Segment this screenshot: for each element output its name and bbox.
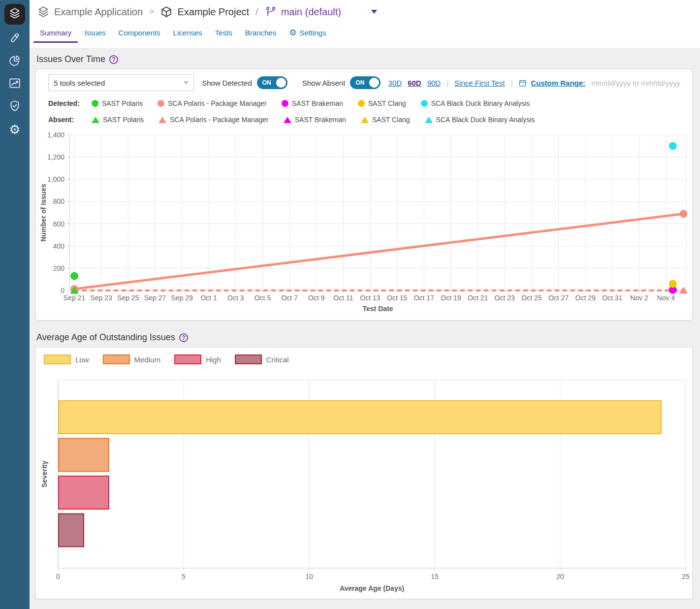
x-tick-label: Oct 19: [441, 294, 461, 302]
x-tick-label: Oct 11: [333, 294, 353, 302]
y-tick-label: 1,400: [47, 131, 64, 139]
branch-dropdown-caret-icon[interactable]: [371, 10, 377, 14]
date-range-links: 30D 60D 90D | Since First Test | Custom …: [388, 79, 680, 87]
tab-components[interactable]: Components: [112, 24, 167, 43]
issues-over-time-title: Issues Over Time: [36, 54, 105, 64]
bar-medium[interactable]: [59, 439, 109, 472]
x-tick-label: Oct 5: [255, 294, 271, 302]
x-axis-title: Average Age (Days): [340, 584, 404, 592]
show-detected-toggle[interactable]: ON: [257, 76, 287, 89]
select-caret-icon: [184, 81, 189, 85]
shield-check-icon: [8, 99, 21, 114]
x-tick-label: 15: [431, 573, 439, 580]
tab-summary[interactable]: Summary: [33, 24, 78, 43]
range-90d-link[interactable]: 90D: [427, 79, 441, 87]
breadcrumb-project[interactable]: Example Project: [177, 6, 249, 18]
since-first-test-link[interactable]: Since First Test: [454, 79, 505, 87]
sidebar-item-reports[interactable]: [3, 50, 26, 73]
calendar-icon: [518, 79, 527, 87]
tool-dot: [421, 100, 428, 107]
bar-low[interactable]: [59, 401, 661, 434]
y-tick-label: 600: [53, 220, 65, 228]
series-line-sca-polaris-package-manager-detected: [74, 214, 684, 289]
x-tick-label: Sep 27: [144, 294, 166, 302]
x-tick-label: Nov 4: [657, 294, 675, 302]
data-point-sast-clang-detected[interactable]: [669, 280, 677, 288]
x-tick-label: Oct 29: [575, 294, 596, 302]
toggle-knob: [276, 78, 286, 88]
breadcrumb-branch[interactable]: main (default): [281, 6, 341, 18]
legend-item: High: [174, 354, 221, 364]
absent-legend-label: Absent:: [48, 116, 92, 124]
x-tick-label: Nov 2: [630, 294, 648, 302]
sidebar-item-trends[interactable]: [3, 73, 26, 96]
x-tick-label: Oct 21: [468, 294, 488, 302]
severity-swatch: [174, 354, 201, 364]
tab-licenses[interactable]: Licenses: [167, 24, 209, 43]
tools-select[interactable]: 5 tools selected: [48, 74, 194, 91]
x-tick-label: 5: [182, 573, 186, 580]
tab-settings[interactable]: ⚙ Settings: [283, 24, 332, 43]
data-point-sca-polaris-package-manager-absent[interactable]: [679, 287, 688, 294]
sidebar-item-security[interactable]: [3, 96, 26, 118]
x-tick-label: 20: [556, 573, 564, 580]
sidebar-item-tests[interactable]: [3, 28, 26, 50]
x-tick-label: 25: [682, 573, 690, 580]
avg-age-card: Low Medium High Critical 0510152025Avera…: [35, 347, 693, 599]
breadcrumb-separator: >: [147, 7, 156, 16]
x-tick-label: Sep 29: [171, 294, 193, 302]
range-60d-link[interactable]: 60D: [408, 79, 421, 87]
x-tick-label: Oct 3: [227, 294, 244, 302]
legend-item: SAST Polaris: [92, 99, 143, 107]
issues-over-time-help-icon[interactable]: ?: [109, 55, 118, 64]
legend-item: SAST Brakeman: [282, 99, 343, 107]
bar-critical[interactable]: [59, 514, 84, 547]
x-tick-label: 10: [305, 573, 313, 580]
breadcrumb: Example Application > Example Project / …: [30, 0, 700, 18]
x-tick-label: 0: [56, 573, 60, 580]
x-tick-label: Oct 15: [387, 294, 407, 302]
legend-item: Medium: [103, 354, 160, 364]
show-absent-label: Show Absent: [302, 79, 346, 87]
y-tick-label: 0: [61, 287, 64, 294]
breadcrumb-application[interactable]: Example Application: [54, 6, 143, 18]
tool-dot: [358, 100, 365, 107]
custom-range-input[interactable]: mm/dd/yyyy to mm/dd/yyyy: [591, 79, 680, 87]
line-chart-icon: [8, 77, 21, 92]
sidebar-item-settings[interactable]: ⚙: [3, 118, 26, 141]
legend-item: SCA Black Duck Binary Analysis: [421, 99, 530, 107]
avg-age-title: Average Age of Outstanding Issues: [36, 332, 175, 343]
legend-item: SAST Brakeman: [284, 116, 346, 124]
range-30d-link[interactable]: 30D: [388, 79, 402, 87]
tool-dot: [158, 100, 164, 107]
layers-logo-icon: [8, 7, 21, 22]
y-tick-label: 200: [53, 264, 65, 272]
show-detected-label: Show Detected: [202, 79, 252, 87]
tab-bar: Summary Issues Components Licenses Tests…: [33, 24, 700, 43]
toggle-knob: [369, 78, 379, 88]
x-tick-label: Sep 21: [64, 294, 86, 302]
branch-icon: [265, 6, 277, 18]
y-tick-label: 800: [53, 197, 65, 205]
severity-legend: Low Medium High Critical: [44, 353, 692, 366]
x-tick-label: Oct 23: [495, 294, 515, 302]
custom-range-link[interactable]: Custom Range:: [531, 79, 585, 87]
avg-age-help-icon[interactable]: ?: [179, 333, 188, 342]
x-tick-label: Sep 23: [90, 294, 112, 302]
data-point-sca-black-duck-binary-analysis-detected[interactable]: [669, 142, 677, 150]
tool-triangle: [159, 117, 166, 123]
sidebar-item-applications[interactable]: [4, 4, 25, 25]
bar-high[interactable]: [59, 476, 109, 509]
x-tick-label: Oct 7: [281, 294, 298, 302]
data-point-sca-polaris-package-manager-detected[interactable]: [680, 210, 688, 218]
data-point-sast-polaris-detected[interactable]: [70, 272, 78, 280]
x-tick-label: Oct 25: [521, 294, 541, 302]
show-absent-toggle[interactable]: ON: [350, 76, 381, 89]
test-tube-icon: [8, 32, 21, 46]
page-header: Example Application > Example Project / …: [30, 0, 700, 48]
tab-tests[interactable]: Tests: [209, 24, 239, 43]
tab-issues[interactable]: Issues: [78, 24, 112, 43]
tab-branches[interactable]: Branches: [239, 24, 283, 43]
x-tick-label: Oct 27: [548, 294, 569, 302]
issues-chart-toolbar: 5 tools selected Show Detected ON Show A…: [48, 74, 680, 91]
